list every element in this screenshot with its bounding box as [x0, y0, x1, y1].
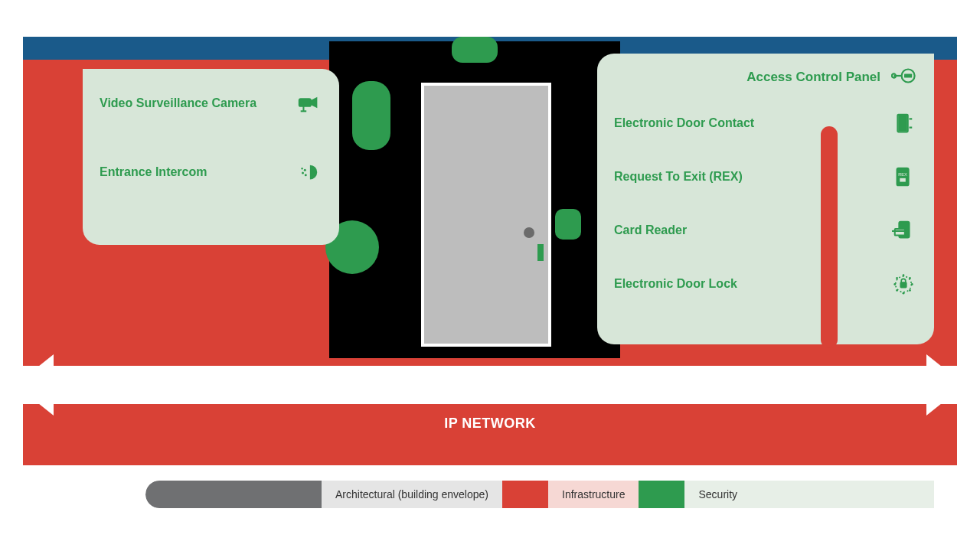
svg-point-25 — [893, 283, 896, 285]
access-control-panel-header: Access Control Panel — [597, 54, 934, 96]
device-label: Entrance Intercom — [100, 165, 207, 179]
svg-rect-8 — [904, 73, 912, 77]
connector-right — [555, 209, 581, 240]
legend-swatch-architectural — [145, 481, 322, 508]
door-knob-icon — [524, 227, 534, 238]
svg-rect-19 — [895, 229, 905, 235]
device-label: Electronic Door Contact — [614, 116, 754, 130]
ip-network-arrow — [23, 366, 957, 404]
legend-label-infrastructure: Infrastructure — [548, 481, 639, 508]
device-row: Entrance Intercom — [83, 138, 339, 207]
rex-icon: REX — [890, 165, 917, 188]
legend-label-security: Security — [684, 481, 934, 508]
svg-point-4 — [302, 171, 304, 174]
right-device-panel: Access Control Panel Electronic Door Con… — [597, 54, 934, 344]
svg-point-3 — [304, 169, 306, 171]
device-row: Video Surveillance Camera — [83, 69, 339, 138]
device-label: Electronic Door Lock — [614, 277, 737, 291]
device-label: Request To Exit (REX) — [614, 170, 743, 184]
infrastructure-riser — [821, 126, 838, 348]
svg-point-6 — [301, 168, 302, 169]
svg-text:REX: REX — [898, 172, 907, 177]
svg-rect-0 — [299, 99, 311, 106]
device-label: Card Reader — [614, 223, 687, 237]
device-row: Electronic Door Contact — [597, 96, 934, 150]
svg-rect-21 — [900, 282, 906, 288]
acp-title: Access Control Panel — [746, 70, 880, 85]
legend-swatch-infrastructure — [502, 481, 548, 508]
device-row: Electronic Door Lock — [597, 257, 934, 311]
svg-rect-12 — [899, 116, 906, 131]
device-row: Card Reader — [597, 204, 934, 257]
svg-point-30 — [909, 289, 911, 292]
device-row: Request To Exit (REX) REX — [597, 150, 934, 204]
legend-label-architectural: Architectural (building envelope) — [322, 481, 502, 508]
card-reader-icon — [890, 219, 917, 242]
left-device-panel: Video Surveillance Camera Entrance Inter… — [83, 69, 339, 245]
svg-point-23 — [903, 274, 905, 276]
svg-point-5 — [305, 174, 307, 176]
camera-icon — [295, 92, 322, 115]
svg-point-29 — [896, 289, 898, 292]
ip-network-label: IP NETWORK — [23, 416, 957, 432]
access-control-panel-icon — [891, 63, 917, 92]
door-lock-icon — [890, 272, 917, 295]
svg-point-26 — [911, 283, 913, 285]
legend-swatch-security — [639, 481, 684, 508]
door-strike-icon — [537, 244, 544, 261]
door — [421, 83, 551, 347]
connector-upper-left — [352, 81, 390, 150]
svg-rect-17 — [900, 178, 906, 182]
svg-point-24 — [903, 292, 905, 295]
door-contact-icon — [890, 112, 917, 135]
svg-point-10 — [892, 73, 896, 77]
intercom-icon — [295, 161, 322, 184]
svg-point-28 — [909, 277, 911, 279]
connector-top — [452, 37, 498, 63]
device-label: Video Surveillance Camera — [100, 96, 256, 110]
diagram-stage: IP NETWORK Video Surveillance Camera Ent… — [23, 37, 957, 465]
svg-point-27 — [896, 277, 898, 279]
legend: Architectural (building envelope) Infras… — [145, 481, 934, 508]
